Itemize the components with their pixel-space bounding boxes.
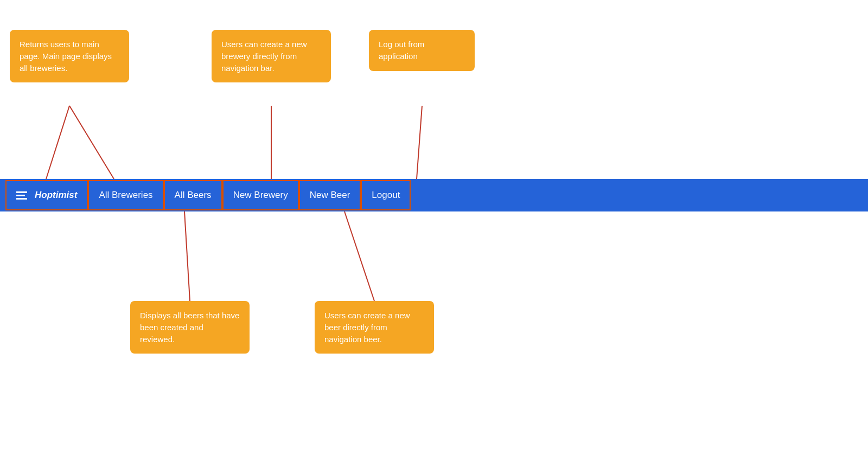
- tooltip-home: Returns users to main page. Main page di…: [10, 30, 129, 82]
- nav-new-brewery[interactable]: New Brewery: [222, 180, 299, 210]
- nav-new-beer[interactable]: New Beer: [299, 180, 361, 210]
- tooltip-new-beer: Users can create a new beer directly fro…: [315, 301, 434, 354]
- svg-line-4: [184, 211, 190, 301]
- tooltip-new-brewery: Users can create a new brewery directly …: [212, 30, 331, 82]
- nav-all-beers[interactable]: All Beers: [164, 180, 222, 210]
- nav-all-breweries[interactable]: All Breweries: [88, 180, 163, 210]
- svg-line-0: [46, 106, 69, 179]
- svg-line-5: [344, 211, 374, 301]
- svg-line-3: [417, 106, 422, 179]
- nav-brand[interactable]: Hoptimist: [5, 180, 88, 210]
- tooltip-logout: Log out from application: [369, 30, 475, 71]
- brand-label: Hoptimist: [35, 190, 77, 201]
- navbar: Hoptimist All Breweries All Beers New Br…: [0, 179, 868, 211]
- nav-logout[interactable]: Logout: [361, 180, 411, 210]
- tooltip-all-beers: Displays all beers that have been create…: [130, 301, 250, 354]
- svg-line-1: [69, 106, 114, 179]
- hamburger-icon: [16, 191, 27, 200]
